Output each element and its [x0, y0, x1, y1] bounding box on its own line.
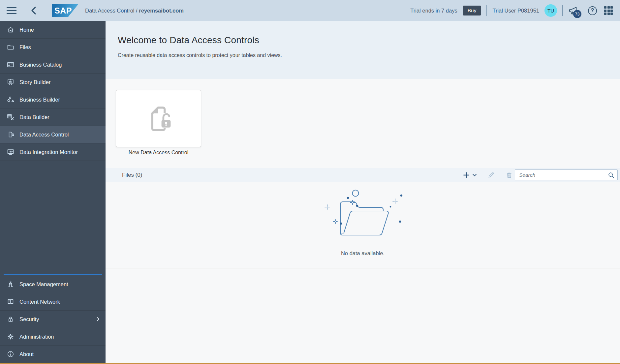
- breadcrumb: Data Access Control / reyemsaibot.com: [85, 8, 184, 14]
- welcome-banner: Welcome to Data Access Controls Create r…: [106, 21, 620, 79]
- trial-notice: Trial ends in 7 days: [410, 8, 457, 14]
- new-data-access-control-card[interactable]: [116, 90, 201, 147]
- info-icon: [6, 350, 15, 358]
- chevron-right-icon: [95, 316, 101, 322]
- notifications-button[interactable]: 73: [568, 6, 578, 15]
- folder-icon: [6, 43, 15, 51]
- sidebar-item-data-builder[interactable]: Data Builder: [0, 108, 106, 126]
- sidebar-accent-divider: [4, 274, 102, 275]
- breadcrumb-separator: /: [136, 8, 138, 14]
- monitor-icon: [6, 148, 15, 156]
- sidebar-item-label: Business Builder: [19, 97, 60, 103]
- sidebar-item-home[interactable]: Home: [0, 21, 106, 39]
- sidebar-item-data-integration-monitor[interactable]: Data Integration Monitor: [0, 143, 106, 161]
- shapes-icon: [6, 96, 15, 104]
- empty-message: No data available.: [106, 250, 620, 257]
- header-actions: Trial ends in 7 days Buy Trial User P081…: [410, 4, 620, 17]
- plus-icon: [463, 171, 470, 179]
- breadcrumb-page: Data Access Control: [85, 8, 134, 14]
- sidebar-item-business-builder[interactable]: Business Builder: [0, 91, 106, 108]
- sidebar-nav: Home Files Business Catalog S: [0, 21, 106, 363]
- table-tools-icon: [6, 113, 15, 121]
- sidebar-item-label: Content Network: [19, 299, 60, 305]
- header-separator: [486, 5, 487, 16]
- sidebar-item-label: Security: [19, 316, 39, 322]
- breadcrumb-tenant: reyemsaibot.com: [139, 8, 184, 14]
- sidebar-item-label: Data Builder: [19, 114, 49, 120]
- sidebar-item-label: Administration: [19, 334, 54, 340]
- page-subtitle: Create reusable data access controls to …: [118, 52, 620, 58]
- sap-logo: SAP: [52, 4, 78, 17]
- sidebar-item-about[interactable]: About: [0, 346, 106, 363]
- content-divider: [106, 268, 620, 268]
- sidebar-item-business-catalog[interactable]: Business Catalog: [0, 56, 106, 74]
- delete-button[interactable]: [506, 171, 513, 179]
- sidebar-item-story-builder[interactable]: Story Builder: [0, 74, 106, 91]
- search-input[interactable]: [519, 172, 607, 178]
- avatar-initials: TU: [547, 8, 554, 14]
- header-separator: [562, 5, 563, 16]
- sidebar-item-content-network[interactable]: Content Network: [0, 293, 106, 311]
- sap-logo-text: SAP: [52, 6, 72, 15]
- sidebar-item-data-access-control[interactable]: Data Access Control: [0, 126, 106, 143]
- home-icon: [6, 26, 15, 34]
- files-section-title: Files (0): [122, 172, 142, 178]
- sidebar-item-space-management[interactable]: Space Management: [0, 276, 106, 293]
- gear-icon: [6, 333, 15, 341]
- sidebar-item-label: Data Integration Monitor: [19, 149, 78, 155]
- avatar[interactable]: TU: [544, 4, 557, 17]
- help-glyph: ?: [591, 7, 594, 14]
- pencil-icon: [487, 171, 495, 179]
- search-icon[interactable]: [607, 171, 615, 179]
- presentation-icon: [6, 78, 15, 86]
- sidebar-item-label: Home: [19, 27, 34, 33]
- toolbar-actions: [463, 169, 620, 180]
- menu-icon[interactable]: [7, 7, 16, 14]
- user-name: Trial User P081951: [492, 8, 539, 14]
- help-icon: ?: [588, 6, 597, 15]
- files-toolbar: Files (0): [106, 168, 620, 182]
- page-title: Welcome to Data Access Controls: [118, 35, 620, 46]
- sidebar-item-label: Space Management: [19, 281, 68, 288]
- sidebar-item-label: About: [19, 351, 34, 357]
- space-network-icon: [6, 280, 15, 288]
- sidebar-item-label: Data Access Control: [19, 132, 69, 138]
- sidebar-item-files[interactable]: Files: [0, 39, 106, 56]
- sidebar-item-administration[interactable]: Administration: [0, 328, 106, 346]
- document-unlock-icon: [143, 104, 174, 134]
- search-field: [515, 169, 618, 180]
- chevron-down-icon: [472, 173, 477, 177]
- product-switcher-button[interactable]: [604, 6, 613, 15]
- sidebar-item-label: Business Catalog: [19, 62, 62, 68]
- add-menu-button[interactable]: [472, 173, 477, 177]
- document-lock-icon: [6, 131, 15, 138]
- buy-button[interactable]: Buy: [463, 6, 481, 15]
- edit-button[interactable]: [487, 171, 495, 179]
- grid-icon: [604, 6, 613, 15]
- top-shell-bar: SAP Data Access Control / reyemsaibot.co…: [0, 0, 620, 21]
- sidebar-item-security[interactable]: Security: [0, 311, 106, 328]
- sidebar-item-label: Files: [19, 44, 31, 50]
- sidebar-item-label: Story Builder: [19, 79, 50, 85]
- id-card-icon: [6, 61, 15, 69]
- add-button[interactable]: [463, 171, 470, 179]
- trash-icon: [506, 171, 513, 179]
- new-card-label: New Data Access Control: [116, 150, 201, 156]
- lock-icon: [6, 315, 15, 323]
- empty-folder-illustration: [320, 188, 406, 242]
- files-empty-state: No data available.: [106, 182, 620, 268]
- notification-badge: 73: [573, 10, 581, 18]
- sidebar-bottom-group: Space Management Content Network Securi: [0, 274, 106, 363]
- back-icon[interactable]: [30, 6, 37, 15]
- book-icon: [6, 298, 15, 306]
- main-content: Welcome to Data Access Controls Create r…: [106, 21, 620, 363]
- help-button[interactable]: ?: [588, 6, 597, 15]
